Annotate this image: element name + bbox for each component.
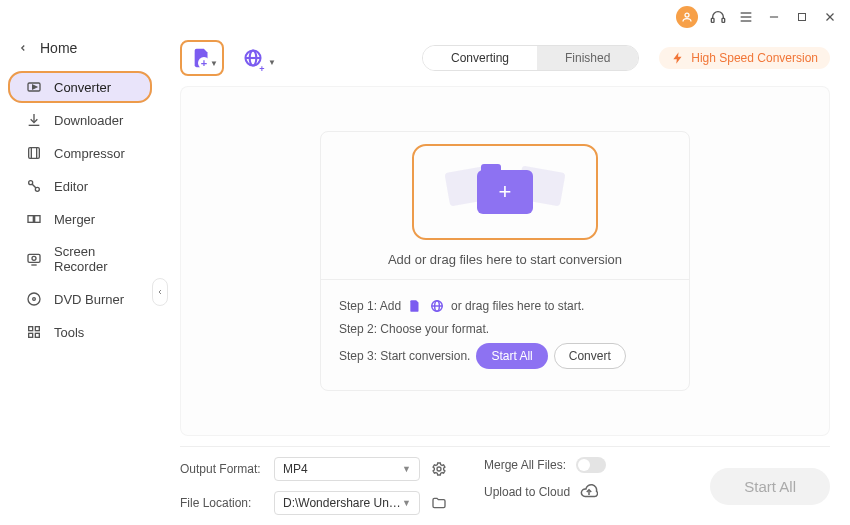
merge-all-toggle[interactable]: [576, 457, 606, 473]
settings-gear-icon[interactable]: [430, 460, 448, 478]
svg-rect-29: [35, 333, 39, 337]
step-2-text: Step 2: Choose your format.: [339, 320, 489, 338]
svg-rect-12: [29, 148, 40, 159]
svg-point-0: [685, 13, 689, 17]
svg-rect-19: [35, 216, 40, 223]
file-location-value: D:\Wondershare UniConverter 1: [283, 496, 402, 510]
output-format-select[interactable]: MP4 ▼: [274, 457, 420, 481]
convert-button[interactable]: Convert: [554, 343, 626, 369]
globe-plus-icon: [429, 298, 445, 314]
file-location-label: File Location:: [180, 496, 264, 510]
svg-point-22: [32, 256, 36, 260]
folder-plus-icon: +: [477, 170, 533, 214]
output-format-label: Output Format:: [180, 462, 264, 476]
menu-icon[interactable]: [738, 9, 754, 25]
sidebar-item-label: Converter: [54, 80, 111, 95]
svg-marker-11: [33, 85, 37, 89]
start-all-button[interactable]: Start All: [476, 343, 547, 369]
svg-line-17: [32, 184, 36, 188]
tab-converting[interactable]: Converting: [423, 46, 537, 70]
svg-rect-21: [28, 254, 40, 262]
step-1-suffix: or drag files here to start.: [451, 297, 584, 315]
dropzone: + Add or drag files here to start conver…: [320, 131, 690, 391]
svg-rect-26: [29, 327, 33, 331]
merge-all-label: Merge All Files:: [484, 458, 566, 472]
screenrec-icon: [26, 251, 42, 267]
caret-down-icon: ▼: [402, 498, 411, 508]
caret-down-icon: ▼: [210, 59, 218, 68]
sidebar-item-editor[interactable]: Editor: [8, 170, 152, 202]
svg-rect-1: [711, 18, 714, 22]
sidebar-item-compressor[interactable]: Compressor: [8, 137, 152, 169]
converter-icon: [26, 79, 42, 95]
compressor-icon: [26, 145, 42, 161]
add-online-button[interactable]: + ▼: [238, 43, 268, 73]
step-1: Step 1: Add or drag files here to start.: [339, 297, 671, 315]
editor-icon: [26, 178, 42, 194]
sidebar-item-label: Editor: [54, 179, 88, 194]
downloader-icon: [26, 112, 42, 128]
svg-rect-18: [28, 216, 33, 223]
sidebar-item-label: Compressor: [54, 146, 125, 161]
sidebar-item-screen-recorder[interactable]: Screen Recorder: [8, 236, 152, 282]
merger-icon: [26, 211, 42, 227]
tab-group: Converting Finished: [422, 45, 639, 71]
user-avatar-icon[interactable]: [676, 6, 698, 28]
svg-rect-27: [35, 327, 39, 331]
back-icon[interactable]: [18, 43, 28, 53]
collapse-handle-icon[interactable]: [152, 278, 168, 306]
sidebar-item-label: Screen Recorder: [54, 244, 134, 274]
svg-point-36: [437, 467, 441, 471]
sidebar-item-label: DVD Burner: [54, 292, 124, 307]
close-icon[interactable]: [822, 9, 838, 25]
headset-icon[interactable]: [710, 9, 726, 25]
caret-down-icon: ▼: [268, 58, 276, 67]
sidebar-item-tools[interactable]: Tools: [8, 316, 152, 348]
dvd-icon: [26, 291, 42, 307]
svg-point-24: [28, 293, 40, 305]
cloud-upload-icon[interactable]: [580, 483, 598, 501]
open-folder-icon[interactable]: [430, 494, 448, 512]
svg-point-25: [33, 298, 36, 301]
svg-rect-28: [29, 333, 33, 337]
sidebar-item-dvd-burner[interactable]: DVD Burner: [8, 283, 152, 315]
sidebar-item-label: Merger: [54, 212, 95, 227]
step-2: Step 2: Choose your format.: [339, 320, 671, 338]
high-speed-conversion-button[interactable]: High Speed Conversion: [659, 47, 830, 69]
minimize-icon[interactable]: [766, 9, 782, 25]
file-location-select[interactable]: D:\Wondershare UniConverter 1 ▼: [274, 491, 420, 515]
caret-down-icon: ▼: [402, 464, 411, 474]
sidebar-item-label: Tools: [54, 325, 84, 340]
bolt-icon: [671, 51, 685, 65]
step-3: Step 3: Start conversion. Start All Conv…: [339, 343, 671, 369]
tab-finished[interactable]: Finished: [537, 46, 638, 70]
dropzone-add-area[interactable]: +: [412, 144, 598, 240]
svg-rect-7: [799, 14, 806, 21]
file-plus-icon: [407, 298, 423, 314]
hsc-label: High Speed Conversion: [691, 51, 818, 65]
output-format-value: MP4: [283, 462, 308, 476]
sidebar-item-converter[interactable]: Converter: [8, 71, 152, 103]
start-all-main-button[interactable]: Start All: [710, 468, 830, 505]
sidebar-item-merger[interactable]: Merger: [8, 203, 152, 235]
tools-icon: [26, 324, 42, 340]
svg-rect-2: [722, 18, 725, 22]
sidebar-item-downloader[interactable]: Downloader: [8, 104, 152, 136]
step-1-prefix: Step 1: Add: [339, 297, 401, 315]
upload-cloud-label: Upload to Cloud: [484, 485, 570, 499]
add-file-button[interactable]: + ▼: [180, 40, 224, 76]
step-3-text: Step 3: Start conversion.: [339, 347, 470, 365]
dropzone-caption: Add or drag files here to start conversi…: [388, 252, 622, 267]
page-title: Home: [40, 40, 77, 56]
main-panel: + ▼ + ▼ Converting Finished High Speed C…: [160, 28, 850, 525]
sidebar: Home Converter Downloader Compressor Edi…: [0, 28, 160, 525]
sidebar-item-label: Downloader: [54, 113, 123, 128]
maximize-icon[interactable]: [794, 9, 810, 25]
